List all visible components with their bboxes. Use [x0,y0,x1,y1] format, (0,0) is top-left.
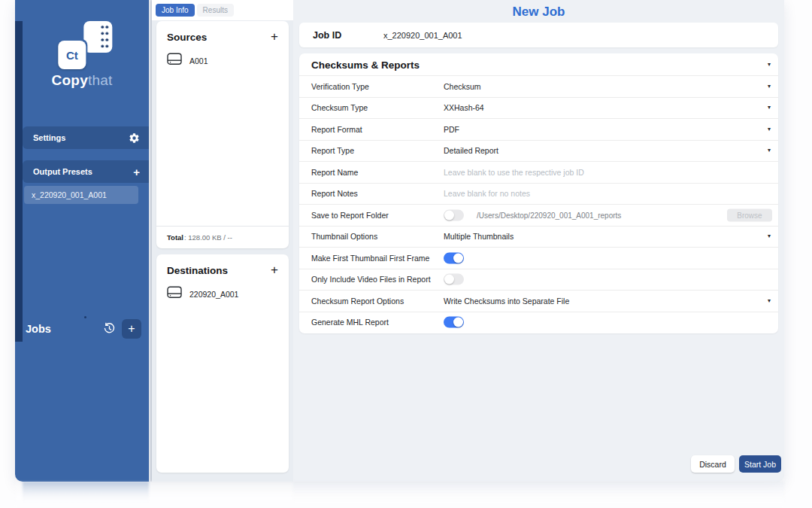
save-report-folder-toggle[interactable] [444,209,464,221]
chevron-down-icon[interactable]: ▾ [768,105,771,111]
ct-badge: Ct [58,41,86,69]
job-id-value[interactable]: x_220920_001_A001 [383,31,462,40]
sidebar-edge-strip [15,21,23,342]
discard-button[interactable]: Discard [691,455,735,473]
source-name: A001 [189,56,208,65]
field-label: Generate MHL Report [311,318,389,327]
destination-list-item[interactable]: 220920_A001 [156,282,289,306]
report-name-input[interactable]: Leave blank to use the respective job ID [444,168,584,177]
field-label: Checksum Report Options [311,297,404,306]
preset-list-item[interactable]: x_220920_001_A001 [24,186,138,204]
settings-label: Settings [33,133,129,142]
field-label: Report Name [311,168,358,177]
destinations-title: Destinations [167,265,271,276]
output-presets-label: Output Presets [33,167,133,176]
chevron-down-icon[interactable]: ▾ [768,62,771,68]
form-row-only-video-files: Only Include Video Files in Report [299,269,778,291]
brand-name: Copythat [15,72,149,89]
form-row-report-name: Report Name Leave blank to use the respe… [299,161,778,183]
dropdown-value[interactable]: Detailed Report [444,146,498,155]
sidebar: Ct Copythat Settings Output Presets + x_… [15,0,149,482]
form-row-first-thumbnail-first-frame: Make First Thumbnail First Frame [299,247,778,269]
section-title: Checksums & Reports [311,59,420,70]
add-destination-button[interactable]: + [271,263,278,278]
form-row-report-type: Report Type Detailed Report ▾ [299,140,778,162]
job-id-card: Job ID x_220920_001_A001 [299,23,778,47]
field-label: Report Format [311,125,362,134]
sources-panel: Sources + A001 Total: 128.00 KB / -- [156,21,289,248]
form-row-checksum-type: Checksum Type XXHash-64 ▾ [299,97,778,119]
browse-button[interactable]: Browse [727,208,772,221]
form-row-thumbnail-options: Thumbnail Options Multiple Thumbnails ▾ [299,226,778,248]
job-setup-column: Job Info Results Sources + A001 Total [152,0,293,482]
source-list-item[interactable]: A001 [156,49,289,72]
dropdown-value[interactable]: Checksum [444,82,481,91]
destination-name: 220920_A001 [189,290,238,299]
field-label: Thumbnail Options [311,232,377,241]
first-thumbnail-toggle[interactable] [444,252,464,263]
chevron-down-icon[interactable]: ▾ [768,126,771,132]
drive-icon [167,53,182,68]
add-source-button[interactable]: + [271,29,278,44]
dropdown-value[interactable]: Multiple Thumbnails [444,232,514,241]
history-icon[interactable] [103,322,116,335]
form-row-verification-type: Verification Type Checksum ▾ [299,75,778,97]
gear-icon[interactable] [129,132,140,144]
generate-mhl-toggle[interactable] [444,317,464,328]
drive-icon [167,286,182,302]
form-row-generate-mhl: Generate MHL Report [299,312,778,333]
sources-title: Sources [167,32,271,43]
report-notes-input[interactable]: Leave blank for no notes [444,189,530,198]
field-label: Verification Type [311,82,369,91]
page-title: New Job [293,5,784,20]
form-row-save-report-folder: Save to Report Folder /Users/Desktop/220… [299,204,778,226]
dropdown-value[interactable]: PDF [444,125,459,134]
add-preset-button[interactable]: + [133,166,140,178]
sidebar-section-output-presets[interactable]: Output Presets + [23,160,149,183]
dropdown-value[interactable]: Write Checksums into Separate File [444,297,569,306]
report-folder-path: /Users/Desktop/220920_001_A001_reports [477,211,621,219]
chevron-down-icon[interactable]: ▾ [768,148,771,154]
add-job-button[interactable]: + [122,319,141,339]
destinations-panel: Destinations + 220920_A001 [156,254,289,473]
tab-bar: Job Info Results [152,0,293,20]
chevron-down-icon[interactable]: ▾ [768,84,771,90]
sources-total: Total: 128.00 KB / -- [156,226,289,248]
start-job-button[interactable]: Start Job [739,455,781,473]
filmstrip-icon [83,21,112,53]
chevron-down-icon[interactable]: ▾ [768,298,771,304]
window-reflection [15,482,784,508]
form-row-report-notes: Report Notes Leave blank for no notes [299,183,778,205]
jobs-label: Jobs [26,323,103,335]
copythat-logo: Ct [58,21,112,69]
checksums-reports-card: Checksums & Reports ▾ Verification Type … [299,53,778,333]
job-id-label: Job ID [313,30,341,41]
tab-job-info[interactable]: Job Info [156,4,195,17]
form-row-report-format: Report Format PDF ▾ [299,118,778,140]
sidebar-item-settings[interactable]: Settings [23,126,149,149]
field-label: Make First Thumbnail First Frame [311,254,429,263]
tab-results[interactable]: Results [197,4,234,17]
field-label: Checksum Type [311,103,368,112]
section-header[interactable]: Checksums & Reports ▾ [299,53,778,75]
field-label: Report Type [311,146,354,155]
app-window: Ct Copythat Settings Output Presets + x_… [15,0,784,482]
dropdown-value[interactable]: XXHash-64 [444,103,484,112]
chevron-down-icon[interactable]: ▾ [768,233,771,239]
main-panel: New Job Job ID x_220920_001_A001 Checksu… [293,0,784,482]
form-row-checksum-report-options: Checksum Report Options Write Checksums … [299,290,778,312]
field-label: Only Include Video Files in Report [311,275,431,284]
only-video-files-toggle[interactable] [444,274,464,285]
field-label: Report Notes [311,189,358,198]
sidebar-section-jobs[interactable]: Jobs + [26,318,141,339]
field-label: Save to Report Folder [311,211,389,220]
